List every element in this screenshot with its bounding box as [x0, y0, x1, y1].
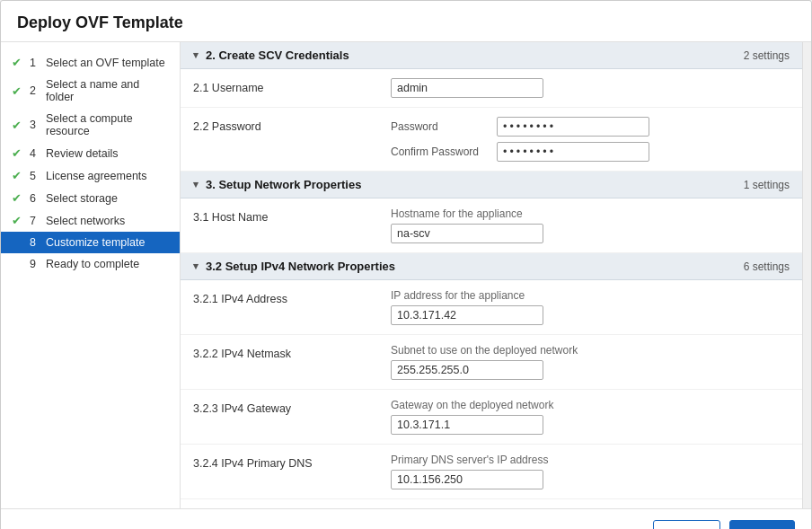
sidebar-item-label: License agreements: [46, 170, 147, 182]
check-icon: ✔: [12, 146, 24, 160]
sidebar-item-label: Customize template: [46, 236, 145, 249]
field-input-field-ipv4-address[interactable]: [391, 305, 543, 325]
step-number: 1: [30, 57, 42, 69]
field-label: 3.1 Host Name: [193, 207, 391, 224]
sidebar-item-step2[interactable]: ✔2 Select a name and folder: [1, 74, 180, 108]
field-desc: Subnet to use on the deployed network: [391, 344, 790, 357]
check-icon: ✔: [12, 119, 24, 132]
footer: CANCEL BACK NEXT: [1, 508, 811, 529]
step-number: 6: [30, 192, 42, 205]
collapse-icon: ▾: [193, 179, 199, 190]
section-title: 3. Setup Network Properties: [206, 178, 361, 191]
field-input-field-netmask[interactable]: [391, 360, 543, 380]
field-label: 3.2.3 IPv4 Gateway: [193, 399, 391, 415]
field-right: [391, 78, 790, 98]
step-number: 2: [30, 84, 42, 97]
collapse-icon: ▾: [193, 49, 199, 61]
collapse-icon: ▾: [193, 260, 199, 272]
sidebar-item-label: Select storage: [46, 192, 118, 205]
password-label: Password: [391, 120, 490, 133]
main-content: ▾2. Create SCV Credentials2 settings2.1 …: [181, 42, 802, 508]
field-input-field-hostname[interactable]: [391, 224, 543, 243]
sidebar-item-label: Select a compute resource: [46, 112, 169, 137]
field-right: Primary DNS server's IP address: [391, 454, 790, 489]
sidebar-item-label: Select an OVF template: [46, 57, 165, 69]
settings-count: 1 settings: [744, 179, 790, 191]
sidebar-item-step4[interactable]: ✔4 Review details: [1, 142, 180, 164]
field-desc: Primary DNS server's IP address: [391, 454, 790, 466]
field-row-field-username: 2.1 Username: [181, 69, 802, 108]
field-label: 3.2.1 IPv4 Address: [193, 289, 391, 305]
step-number: 5: [30, 170, 42, 182]
step-number: 4: [30, 147, 42, 160]
check-icon: ✔: [12, 214, 24, 227]
sidebar-item-step8[interactable]: 8 Customize template: [1, 232, 180, 253]
settings-count: 2 settings: [744, 49, 790, 62]
deploy-ovf-window: Deploy OVF Template ✔1 Select an OVF tem…: [0, 0, 812, 529]
step-number: 3: [30, 119, 42, 131]
field-row-field-dns: 3.2.4 IPv4 Primary DNSPrimary DNS server…: [181, 445, 802, 499]
sidebar-item-step7[interactable]: ✔7 Select networks: [1, 209, 180, 232]
field-right: IP address for the appliance: [391, 289, 790, 325]
back-button[interactable]: BACK: [653, 520, 721, 529]
confirm-password-row: Confirm Password: [391, 142, 790, 162]
field-right: Gateway on the deployed network: [391, 399, 790, 435]
step-number: 7: [30, 215, 42, 227]
section-title: 3.2 Setup IPv4 Network Properties: [206, 260, 395, 273]
sidebar-item-label: Ready to complete: [46, 258, 139, 270]
sidebar-item-label: Select networks: [46, 215, 125, 227]
sidebar-item-step5[interactable]: ✔5 License agreements: [1, 164, 180, 187]
password-group: PasswordConfirm Password: [391, 117, 790, 162]
sidebar-item-step6[interactable]: ✔6 Select storage: [1, 187, 180, 209]
section-header-section2[interactable]: ▾2. Create SCV Credentials2 settings: [181, 42, 802, 69]
section-title: 2. Create SCV Credentials: [206, 48, 349, 62]
field-row-field-netmask: 3.2.2 IPv4 NetmaskSubnet to use on the d…: [181, 335, 802, 390]
field-label: 3.2.2 IPv4 Netmask: [193, 344, 391, 360]
sidebar-item-label: Review details: [46, 147, 119, 160]
field-right: PasswordConfirm Password: [391, 117, 790, 162]
field-right: Subnet to use on the deployed network: [391, 344, 790, 380]
sidebar-item-step3[interactable]: ✔3 Select a compute resource: [1, 108, 180, 142]
field-row-field-gateway: 3.2.3 IPv4 GatewayGateway on the deploye…: [181, 390, 802, 445]
cancel-button[interactable]: CANCEL: [562, 520, 644, 529]
confirm-password-input[interactable]: [497, 142, 649, 162]
field-row-field-password: 2.2 PasswordPasswordConfirm Password: [181, 108, 802, 172]
field-desc: Hostname for the appliance: [391, 207, 790, 220]
check-icon: ✔: [12, 191, 24, 205]
scrollbar[interactable]: [802, 42, 811, 508]
window-body: ✔1 Select an OVF template✔2 Select a nam…: [1, 42, 811, 508]
field-input-field-gateway[interactable]: [391, 415, 543, 435]
section-header-section32[interactable]: ▾3.2 Setup IPv4 Network Properties6 sett…: [181, 253, 802, 280]
sidebar-item-label: Select a name and folder: [46, 78, 169, 103]
sidebar-item-step1[interactable]: ✔1 Select an OVF template: [1, 51, 180, 74]
step-number: 8: [30, 236, 42, 249]
field-row-field-hostname: 3.1 Host NameHostname for the appliance: [181, 198, 802, 253]
sidebar: ✔1 Select an OVF template✔2 Select a nam…: [1, 42, 181, 508]
password-input[interactable]: [497, 117, 649, 137]
password-row: Password: [391, 117, 790, 137]
next-button[interactable]: NEXT: [729, 520, 795, 529]
check-icon: ✔: [12, 56, 24, 69]
section-header-section3[interactable]: ▾3. Setup Network Properties1 settings: [181, 172, 802, 198]
field-input-field-dns[interactable]: [391, 470, 543, 489]
confirm-password-label: Confirm Password: [391, 145, 490, 158]
field-label: 3.2.4 IPv4 Primary DNS: [193, 454, 391, 470]
field-row-field-ipv4-address: 3.2.1 IPv4 AddressIP address for the app…: [181, 280, 802, 335]
field-label: 2.2 Password: [193, 117, 391, 133]
field-desc: Gateway on the deployed network: [391, 399, 790, 411]
field-label: 2.1 Username: [193, 78, 391, 94]
check-icon: ✔: [12, 169, 24, 182]
settings-count: 6 settings: [744, 260, 790, 273]
field-right: Hostname for the appliance: [391, 207, 790, 243]
window-title: Deploy OVF Template: [1, 1, 811, 42]
step-number: 9: [30, 258, 42, 270]
field-input-field-username[interactable]: [391, 78, 543, 98]
field-desc: IP address for the appliance: [391, 289, 790, 302]
sidebar-item-step9[interactable]: 9 Ready to complete: [1, 253, 180, 275]
check-icon: ✔: [12, 84, 24, 98]
